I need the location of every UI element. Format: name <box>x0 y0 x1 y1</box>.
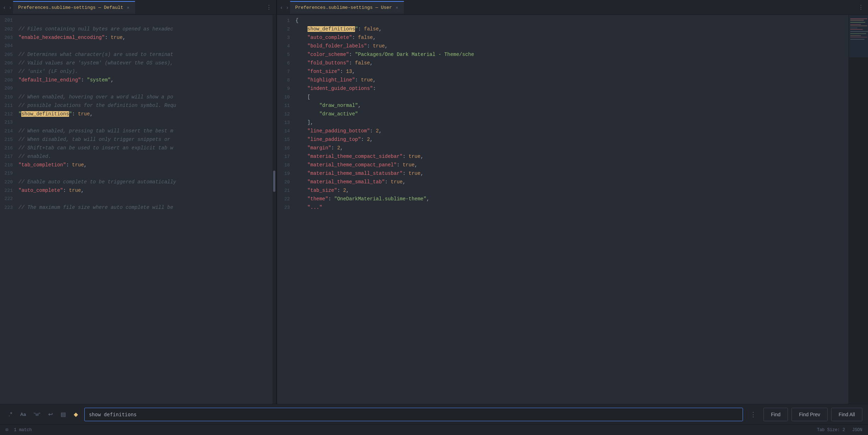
table-row: 12 "draw_active" <box>277 110 868 118</box>
find-case-btn[interactable]: Aa <box>17 410 29 418</box>
table-row: 218 "tab_completion": true, <box>0 161 276 169</box>
table-row: 22 "theme": "OneDarkMaterial.sublime-the… <box>277 195 868 203</box>
minimap <box>849 15 868 404</box>
find-all-button[interactable]: Find All <box>831 408 862 421</box>
find-prev-button[interactable]: Find Prev <box>791 408 828 421</box>
table-row: 214 // When enabled, pressing tab will i… <box>0 127 276 135</box>
table-row: 7 "font_size": 13, <box>277 67 868 76</box>
table-row: 20 "material_theme_small_tab": true, <box>277 178 868 186</box>
selection-status-icon: ⊡ <box>6 427 8 433</box>
word-icon: "w" <box>34 412 40 417</box>
left-editor-content: 201 202 // Files containing null bytes a… <box>0 15 276 404</box>
left-nav-prev[interactable]: ‹ <box>1 3 7 12</box>
find-inselection-btn[interactable]: ▤ <box>58 410 69 419</box>
table-row: 17 "material_theme_compact_sidebar": tru… <box>277 152 868 161</box>
right-pane: ‹ › Preferences.sublime-settings — User … <box>277 0 868 404</box>
left-tab-bar: ‹ › Preferences.sublime-settings — Defau… <box>0 0 276 15</box>
table-row: 1 { <box>277 16 868 25</box>
right-tab-bar: ‹ › Preferences.sublime-settings — User … <box>277 0 868 15</box>
table-row: 9 "indent_guide_options": <box>277 84 868 93</box>
right-code-scroll[interactable]: 1 { 2 show_definitions": false, 3 "auto_… <box>277 15 868 404</box>
table-row: 221 "auto_complete": true, <box>0 186 276 195</box>
table-row: 222 <box>0 195 276 203</box>
table-row: 3 "auto_complete": false, <box>277 33 868 42</box>
find-regex-btn[interactable]: .* <box>6 410 15 419</box>
table-row: 210 // When enabled, hovering over a wor… <box>0 93 276 101</box>
svg-rect-12 <box>849 15 868 57</box>
table-row: 208 "default_line_ending": "system", <box>0 76 276 84</box>
table-row: 4 "bold_folder_labels": true, <box>277 42 868 50</box>
table-row: 217 // enabled. <box>0 152 276 161</box>
case-icon: Aa <box>20 412 26 417</box>
table-row: 13 ], <box>277 118 868 127</box>
match-count-label: 1 match <box>14 428 32 433</box>
right-tab-active[interactable]: Preferences.sublime-settings — User × <box>290 1 404 14</box>
status-tab-size[interactable]: Tab Size: 2 <box>817 428 845 433</box>
table-row: 21 "tab_size": 2, <box>277 186 868 195</box>
status-selection[interactable]: ⊡ <box>6 427 8 433</box>
find-highlight-btn[interactable]: ◆ <box>71 410 81 419</box>
left-tab-active[interactable]: Preferences.sublime-settings — Default × <box>13 1 135 14</box>
left-tab-label: Preferences.sublime-settings — Default <box>18 5 123 10</box>
status-right: Tab Size: 2 JSON <box>817 428 862 433</box>
left-code-area: 201 202 // Files containing null bytes a… <box>0 15 276 213</box>
table-row: 223 // The maximum file size where auto … <box>0 203 276 212</box>
find-input-wrap <box>84 408 743 421</box>
table-row: 201 <box>0 16 276 25</box>
status-encoding[interactable]: JSON <box>852 428 862 433</box>
find-options-btn[interactable]: ⋮ <box>746 409 760 420</box>
table-row: 19 "material_theme_small_statusbar": tru… <box>277 169 868 178</box>
table-row: 23 "..." <box>277 203 868 212</box>
left-tab-close[interactable]: × <box>126 5 130 10</box>
table-row: 215 // When disabled, tab will only trig… <box>0 135 276 144</box>
left-pane: ‹ › Preferences.sublime-settings — Defau… <box>0 0 276 404</box>
table-row: 204 <box>0 42 276 50</box>
table-row: 206 // Valid values are 'system' (whatev… <box>0 59 276 67</box>
right-nav-next[interactable]: › <box>284 3 291 12</box>
left-nav-next[interactable]: › <box>7 3 13 12</box>
table-row: 212 "show_definitions": true, <box>0 110 276 118</box>
find-button[interactable]: Find <box>763 408 788 421</box>
table-row: 202 // Files containing null bytes are o… <box>0 25 276 33</box>
find-word-btn[interactable]: "w" <box>31 410 43 418</box>
table-row: 16 "margin": 2, <box>277 144 868 152</box>
status-match-count: 1 match <box>14 428 32 433</box>
left-code-scroll[interactable]: 201 202 // Files containing null bytes a… <box>0 15 276 404</box>
right-code-area: 1 { 2 show_definitions": false, 3 "auto_… <box>277 15 868 213</box>
table-row: 203 "enable_hexadecimal_encoding": true, <box>0 33 276 42</box>
table-row: 14 "line_padding_bottom": 2, <box>277 127 868 135</box>
table-row: 213 <box>0 118 276 127</box>
table-row: 211 // possible locations for the defini… <box>0 101 276 110</box>
wrap-icon: ↩ <box>48 411 53 418</box>
table-row: 216 // Shift+tab can be used to insert a… <box>0 144 276 152</box>
left-scrollbar[interactable] <box>272 15 276 404</box>
table-row: 11 "draw_normal", <box>277 101 868 110</box>
right-tab-more[interactable]: ⋮ <box>855 2 867 12</box>
table-row: 209 <box>0 84 276 93</box>
status-bar: ⊡ 1 match Tab Size: 2 JSON <box>0 424 868 435</box>
find-icons: .* Aa "w" ↩ ▤ ◆ <box>6 410 81 419</box>
right-tab-close[interactable]: × <box>395 5 399 10</box>
selection-icon: ▤ <box>61 411 66 418</box>
find-wrap-btn[interactable]: ↩ <box>45 410 56 419</box>
status-left: ⊡ 1 match <box>6 427 32 433</box>
table-row: 2 show_definitions": false, <box>277 25 868 33</box>
table-row: 205 // Determines what character(s) are … <box>0 50 276 59</box>
table-row: 220 // Enable auto complete to be trigge… <box>0 178 276 186</box>
table-row: 207 // 'unix' (LF only). <box>0 67 276 76</box>
find-bar: .* Aa "w" ↩ ▤ ◆ ⋮ Find Find Prev Find Al… <box>0 404 868 424</box>
right-editor-content: 1 { 2 show_definitions": false, 3 "auto_… <box>277 15 868 404</box>
table-row: 15 "line_padding_top": 2, <box>277 135 868 144</box>
editor-area: ‹ › Preferences.sublime-settings — Defau… <box>0 0 868 404</box>
table-row: 10 [ <box>277 93 868 101</box>
find-input[interactable] <box>84 408 743 421</box>
table-row: 18 "material_theme_compact_panel": true, <box>277 161 868 169</box>
table-row: 8 "highlight_line": true, <box>277 76 868 84</box>
right-tab-label: Preferences.sublime-settings — User <box>295 5 392 10</box>
left-scrollbar-thumb <box>273 171 275 192</box>
table-row: 5 "color_scheme": "Packages/One Dark Mat… <box>277 50 868 59</box>
highlight-icon: ◆ <box>74 411 78 418</box>
regex-icon: .* <box>9 411 12 418</box>
left-tab-more[interactable]: ⋮ <box>263 2 275 12</box>
right-nav-prev[interactable]: ‹ <box>278 3 284 12</box>
